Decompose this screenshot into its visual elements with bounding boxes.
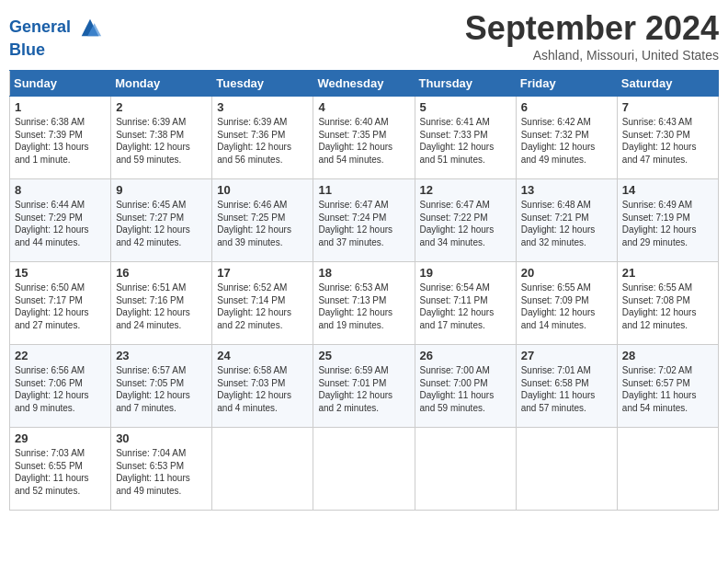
sunrise-label: Sunrise: 6:45 AM — [116, 200, 186, 210]
day-info: Sunrise: 6:40 AM Sunset: 7:35 PM Dayligh… — [318, 116, 409, 166]
day-number: 19 — [420, 266, 511, 280]
day-number: 5 — [420, 100, 511, 114]
daylight-label: Daylight: 12 hours and 37 minutes. — [318, 224, 392, 247]
calendar-cell: 22 Sunrise: 6:56 AM Sunset: 7:06 PM Dayl… — [10, 345, 111, 428]
day-number: 21 — [622, 266, 713, 280]
sunrise-label: Sunrise: 6:56 AM — [15, 365, 85, 375]
calendar-cell: 30 Sunrise: 7:04 AM Sunset: 6:53 PM Dayl… — [111, 428, 212, 511]
logo-text: General — [9, 15, 103, 40]
day-info: Sunrise: 7:02 AM Sunset: 6:57 PM Dayligh… — [622, 364, 713, 414]
day-number: 15 — [15, 266, 106, 280]
calendar-cell: 8 Sunrise: 6:44 AM Sunset: 7:29 PM Dayli… — [10, 179, 111, 262]
day-info: Sunrise: 6:47 AM Sunset: 7:22 PM Dayligh… — [420, 199, 511, 248]
calendar-cell: 5 Sunrise: 6:41 AM Sunset: 7:33 PM Dayli… — [415, 97, 516, 179]
day-number: 22 — [15, 349, 106, 362]
calendar-cell: 12 Sunrise: 6:47 AM Sunset: 7:22 PM Dayl… — [415, 179, 516, 262]
day-number: 30 — [116, 431, 207, 445]
day-number: 16 — [116, 266, 207, 280]
day-number: 23 — [116, 349, 207, 362]
day-number: 14 — [622, 183, 713, 197]
sunrise-label: Sunrise: 6:55 AM — [622, 282, 692, 293]
sunset-label: Sunset: 7:06 PM — [15, 378, 83, 388]
sunset-label: Sunset: 7:14 PM — [217, 295, 285, 305]
calendar-cell: 24 Sunrise: 6:58 AM Sunset: 7:03 PM Dayl… — [212, 345, 313, 428]
calendar-cell: 13 Sunrise: 6:48 AM Sunset: 7:21 PM Dayl… — [516, 179, 617, 262]
daylight-label: Daylight: 12 hours and 42 minutes. — [116, 224, 190, 247]
calendar-week-row: 1 Sunrise: 6:38 AM Sunset: 7:39 PM Dayli… — [10, 97, 719, 179]
title-section: September 2024 Ashland, Missouri, United… — [465, 9, 719, 63]
month-title: September 2024 — [465, 9, 719, 48]
sunrise-label: Sunrise: 6:47 AM — [318, 200, 388, 210]
calendar-cell: 27 Sunrise: 7:01 AM Sunset: 6:58 PM Dayl… — [516, 345, 617, 428]
calendar-week-row: 15 Sunrise: 6:50 AM Sunset: 7:17 PM Dayl… — [10, 262, 719, 345]
sunset-label: Sunset: 7:21 PM — [521, 213, 589, 223]
sunrise-label: Sunrise: 6:54 AM — [420, 282, 490, 293]
calendar-cell: 26 Sunrise: 7:00 AM Sunset: 7:00 PM Dayl… — [415, 345, 516, 428]
calendar-cell: 6 Sunrise: 6:42 AM Sunset: 7:32 PM Dayli… — [516, 97, 617, 179]
calendar-week-row: 22 Sunrise: 6:56 AM Sunset: 7:06 PM Dayl… — [10, 345, 719, 428]
sunset-label: Sunset: 7:33 PM — [420, 130, 488, 140]
daylight-label: Daylight: 11 hours and 54 minutes. — [622, 390, 697, 413]
day-number: 26 — [420, 349, 511, 362]
day-number: 9 — [116, 183, 207, 197]
day-number: 28 — [622, 349, 713, 362]
weekday-header: Thursday — [415, 71, 516, 97]
sunset-label: Sunset: 7:36 PM — [217, 130, 285, 140]
day-number: 13 — [521, 183, 612, 197]
day-info: Sunrise: 6:59 AM Sunset: 7:01 PM Dayligh… — [318, 364, 409, 414]
sunrise-label: Sunrise: 6:38 AM — [15, 117, 85, 127]
sunrise-label: Sunrise: 6:53 AM — [318, 282, 388, 293]
calendar-cell: 18 Sunrise: 6:53 AM Sunset: 7:13 PM Dayl… — [313, 262, 415, 345]
weekday-header-row: SundayMondayTuesdayWednesdayThursdayFrid… — [10, 71, 719, 97]
calendar-cell: 3 Sunrise: 6:39 AM Sunset: 7:36 PM Dayli… — [212, 97, 313, 179]
day-number: 24 — [217, 349, 308, 362]
weekday-header: Monday — [111, 71, 212, 97]
day-number: 7 — [622, 100, 713, 114]
sunrise-label: Sunrise: 6:42 AM — [521, 117, 591, 127]
sunset-label: Sunset: 7:27 PM — [116, 213, 184, 223]
sunrise-label: Sunrise: 6:39 AM — [217, 117, 287, 127]
sunrise-label: Sunrise: 6:55 AM — [521, 282, 591, 293]
sunset-label: Sunset: 7:24 PM — [318, 213, 386, 223]
calendar-cell: 11 Sunrise: 6:47 AM Sunset: 7:24 PM Dayl… — [313, 179, 415, 262]
day-number: 10 — [217, 183, 308, 197]
sunrise-label: Sunrise: 6:40 AM — [318, 117, 388, 127]
sunrise-label: Sunrise: 6:52 AM — [217, 282, 287, 293]
sunset-label: Sunset: 7:00 PM — [420, 378, 488, 388]
sunset-label: Sunset: 7:39 PM — [15, 130, 83, 140]
sunrise-label: Sunrise: 6:44 AM — [15, 200, 85, 210]
day-number: 17 — [217, 266, 308, 280]
day-info: Sunrise: 6:47 AM Sunset: 7:24 PM Dayligh… — [318, 199, 409, 248]
sunrise-label: Sunrise: 6:57 AM — [116, 365, 186, 375]
day-info: Sunrise: 6:44 AM Sunset: 7:29 PM Dayligh… — [15, 199, 106, 248]
logo-blue: Blue — [9, 40, 103, 60]
day-info: Sunrise: 6:48 AM Sunset: 7:21 PM Dayligh… — [521, 199, 612, 248]
day-number: 1 — [15, 100, 106, 114]
daylight-label: Daylight: 12 hours and 56 minutes. — [217, 142, 291, 165]
weekday-header: Saturday — [617, 71, 718, 97]
calendar-table: SundayMondayTuesdayWednesdayThursdayFrid… — [9, 70, 719, 511]
day-info: Sunrise: 6:49 AM Sunset: 7:19 PM Dayligh… — [622, 199, 713, 248]
daylight-label: Daylight: 12 hours and 22 minutes. — [217, 307, 291, 330]
sunset-label: Sunset: 7:03 PM — [217, 378, 285, 388]
daylight-label: Daylight: 12 hours and 9 minutes. — [15, 390, 89, 413]
sunrise-label: Sunrise: 6:39 AM — [116, 117, 186, 127]
sunrise-label: Sunrise: 6:58 AM — [217, 365, 287, 375]
day-number: 18 — [318, 266, 409, 280]
daylight-label: Daylight: 13 hours and 1 minute. — [15, 142, 89, 165]
sunset-label: Sunset: 7:09 PM — [521, 295, 589, 305]
daylight-label: Daylight: 12 hours and 44 minutes. — [15, 224, 89, 247]
calendar-cell: 19 Sunrise: 6:54 AM Sunset: 7:11 PM Dayl… — [415, 262, 516, 345]
logo-general: General — [9, 17, 71, 36]
calendar-cell — [617, 428, 718, 511]
calendar-cell: 10 Sunrise: 6:46 AM Sunset: 7:25 PM Dayl… — [212, 179, 313, 262]
day-info: Sunrise: 6:43 AM Sunset: 7:30 PM Dayligh… — [622, 116, 713, 166]
sunset-label: Sunset: 7:17 PM — [15, 295, 83, 305]
sunrise-label: Sunrise: 7:02 AM — [622, 365, 692, 375]
sunrise-label: Sunrise: 6:49 AM — [622, 200, 692, 210]
sunset-label: Sunset: 6:58 PM — [521, 378, 589, 388]
daylight-label: Daylight: 12 hours and 49 minutes. — [521, 142, 596, 165]
day-info: Sunrise: 6:46 AM Sunset: 7:25 PM Dayligh… — [217, 199, 308, 248]
calendar-week-row: 8 Sunrise: 6:44 AM Sunset: 7:29 PM Dayli… — [10, 179, 719, 262]
day-info: Sunrise: 6:52 AM Sunset: 7:14 PM Dayligh… — [217, 282, 308, 331]
